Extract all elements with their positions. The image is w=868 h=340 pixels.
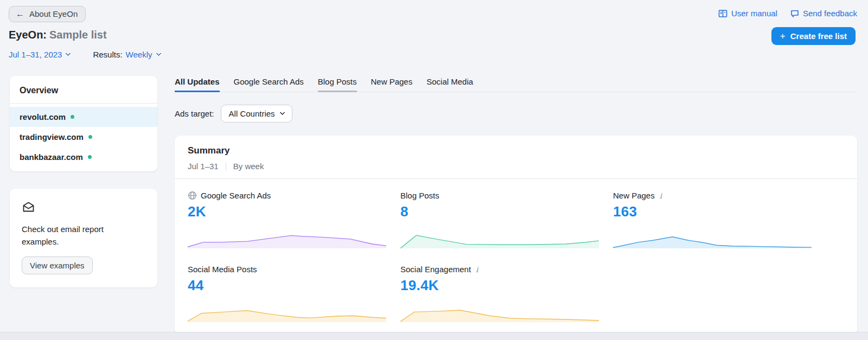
summary-period: Jul 1–31 bbox=[188, 162, 219, 171]
user-manual-icon bbox=[718, 9, 727, 18]
competitor-domain: revolut.com bbox=[20, 112, 66, 121]
metric-label-row: Social Media Posts bbox=[188, 265, 400, 274]
metric-label: Blog Posts bbox=[400, 191, 439, 200]
about-eyeon-label: About EyeOn bbox=[29, 9, 78, 18]
list-name: Sample list bbox=[49, 29, 107, 41]
metric-social-media-posts: Social Media Posts44 bbox=[188, 265, 400, 322]
results-frequency-selector[interactable]: Weekly bbox=[126, 50, 161, 59]
sidebar-item-revolut-com[interactable]: revolut.com bbox=[10, 107, 157, 127]
metric-value: 44 bbox=[188, 277, 400, 294]
back-arrow-icon: ← bbox=[16, 10, 24, 18]
competitors-panel: Overview revolut.comtradingview.combankb… bbox=[10, 76, 157, 171]
page-title-prefix: EyeOn: bbox=[9, 29, 47, 41]
sparkline-chart bbox=[400, 228, 599, 248]
summary-metrics: Google Search Ads2KBlog Posts8New Pagesi… bbox=[175, 179, 857, 322]
overview-heading: Overview bbox=[10, 77, 157, 103]
summary-granularity: By week bbox=[233, 162, 264, 171]
competitor-list: revolut.comtradingview.combankbazaar.com bbox=[10, 104, 157, 171]
info-icon[interactable]: i bbox=[475, 265, 479, 274]
user-manual-label: User manual bbox=[731, 9, 777, 18]
metric-value: 2K bbox=[188, 203, 400, 220]
results-selector: Results: Weekly bbox=[93, 50, 160, 59]
divider bbox=[226, 162, 226, 171]
chevron-down-icon bbox=[66, 51, 71, 56]
status-dot-icon bbox=[88, 135, 92, 139]
metric-label-row: Social Engagementi bbox=[400, 265, 613, 274]
top-links: User manual Send feedback bbox=[718, 9, 857, 18]
competitor-domain: tradingview.com bbox=[20, 132, 84, 142]
metric-label-row: New Pagesi bbox=[613, 191, 844, 200]
ads-target-value: All Countries bbox=[229, 109, 275, 118]
page-title: EyeOn:Sample list bbox=[9, 29, 107, 41]
create-free-list-button[interactable]: + Create free list bbox=[771, 27, 856, 45]
about-eyeon-button[interactable]: ← About EyeOn bbox=[9, 6, 86, 22]
feedback-chat-icon bbox=[790, 9, 799, 18]
summary-header: Summary Jul 1–31 By week bbox=[175, 136, 857, 178]
status-dot-icon bbox=[71, 115, 74, 119]
tab-social-media[interactable]: Social Media bbox=[426, 77, 473, 92]
globe-icon bbox=[188, 191, 197, 200]
ads-target-row: Ads target: All Countries bbox=[175, 105, 857, 123]
tab-blog-posts[interactable]: Blog Posts bbox=[318, 77, 357, 92]
tab-google-search-ads[interactable]: Google Search Ads bbox=[234, 77, 304, 92]
sparkline-chart bbox=[400, 301, 599, 322]
metric-label: New Pages bbox=[613, 191, 655, 200]
create-free-list-label: Create free list bbox=[790, 31, 847, 41]
filters-row: Jul 1–31, 2023 Results: Weekly bbox=[9, 50, 161, 59]
metric-value: 163 bbox=[613, 203, 844, 220]
status-dot-icon bbox=[88, 155, 92, 159]
main-content: All UpdatesGoogle Search AdsBlog PostsNe… bbox=[175, 77, 857, 334]
sparkline-chart bbox=[188, 301, 386, 322]
email-report-card: Check out email report examples. View ex… bbox=[10, 189, 157, 287]
metric-label: Social Engagement bbox=[400, 265, 471, 274]
chevron-down-icon bbox=[156, 51, 161, 56]
metric-value: 19.4K bbox=[400, 277, 613, 294]
results-label: Results: bbox=[93, 50, 122, 59]
metric-label: Social Media Posts bbox=[188, 265, 257, 274]
plus-icon: + bbox=[780, 31, 786, 41]
chevron-down-icon bbox=[279, 110, 285, 116]
metric-google-search-ads: Google Search Ads2K bbox=[188, 191, 400, 248]
send-feedback-link[interactable]: Send feedback bbox=[790, 9, 857, 18]
tab-new-pages[interactable]: New Pages bbox=[371, 77, 413, 92]
metric-label-row: Blog Posts bbox=[400, 191, 613, 200]
metric-blog-posts: Blog Posts8 bbox=[400, 191, 613, 248]
sparkline-chart bbox=[188, 228, 386, 248]
user-manual-link[interactable]: User manual bbox=[718, 9, 777, 18]
summary-subtitle: Jul 1–31 By week bbox=[188, 162, 844, 171]
ads-target-dropdown[interactable]: All Countries bbox=[221, 105, 292, 123]
bottom-scroll-edge bbox=[0, 332, 868, 340]
results-frequency-value: Weekly bbox=[126, 50, 152, 59]
ads-target-label: Ads target: bbox=[175, 109, 214, 118]
view-examples-button[interactable]: View examples bbox=[22, 256, 93, 274]
sidebar-item-bankbazaar-com[interactable]: bankbazaar.com bbox=[10, 147, 157, 167]
metric-new-pages: New Pagesi163 bbox=[613, 191, 844, 248]
metric-value: 8 bbox=[400, 203, 613, 220]
date-range-label: Jul 1–31, 2023 bbox=[9, 50, 62, 59]
summary-title: Summary bbox=[188, 145, 844, 156]
metric-social-engagement: Social Engagementi19.4K bbox=[400, 265, 613, 322]
email-report-text: Check out email report examples. bbox=[22, 223, 125, 248]
metric-label-row: Google Search Ads bbox=[188, 191, 400, 200]
competitor-domain: bankbazaar.com bbox=[20, 152, 83, 162]
updates-tabs: All UpdatesGoogle Search AdsBlog PostsNe… bbox=[175, 77, 857, 92]
sparkline-chart bbox=[613, 228, 812, 248]
envelope-icon bbox=[22, 201, 145, 216]
summary-card: Summary Jul 1–31 By week Google Search A… bbox=[175, 136, 857, 334]
tab-all-updates[interactable]: All Updates bbox=[175, 77, 220, 92]
send-feedback-label: Send feedback bbox=[803, 9, 857, 18]
metric-label: Google Search Ads bbox=[201, 191, 271, 200]
date-range-selector[interactable]: Jul 1–31, 2023 bbox=[9, 50, 70, 59]
info-icon[interactable]: i bbox=[659, 191, 663, 200]
sidebar-item-tradingview-com[interactable]: tradingview.com bbox=[10, 127, 157, 147]
